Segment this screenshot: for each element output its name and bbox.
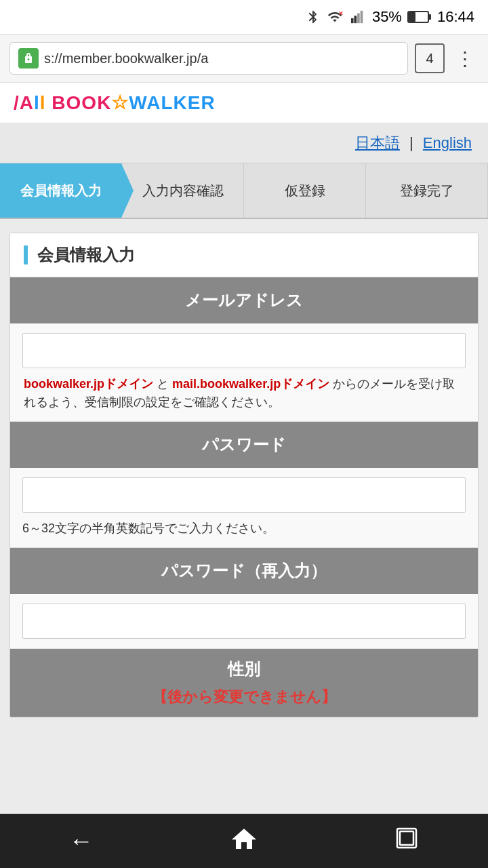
- password-hint: 6～32文字の半角英数記号でご入力ください。: [22, 519, 466, 538]
- svg-rect-3: [357, 14, 360, 24]
- lang-separator: |: [409, 134, 413, 151]
- registration-form-card: 会員情報入力 メールアドレス bookwalker.jpドメイン と mail.…: [9, 233, 479, 717]
- signal-icon: [349, 9, 367, 24]
- japanese-link[interactable]: 日本語: [355, 134, 400, 151]
- gender-warning: 【後から変更できません】: [10, 684, 478, 717]
- windows-icon: [394, 826, 419, 856]
- wifi-icon: ✕: [326, 9, 344, 24]
- svg-rect-7: [409, 12, 415, 22]
- bottom-navigation: ←: [0, 814, 488, 868]
- section-title-text: 会員情報入力: [37, 244, 135, 266]
- status-icons: ✕ 35% 16:44: [306, 8, 474, 26]
- step-2-label: 入力内容確認: [142, 182, 224, 199]
- step-confirm: 入力内容確認: [122, 163, 244, 218]
- browser-bar: s://member.bookwalker.jp/a 4 ⋮: [0, 34, 488, 83]
- email-field-header: メールアドレス: [10, 277, 478, 323]
- steps-progress-bar: 会員情報入力 入力内容確認 仮登録 登録完了: [0, 163, 488, 219]
- svg-rect-6: [428, 14, 431, 20]
- email-input-area: bookwalker.jpドメイン と mail.bookwalker.jpドメ…: [10, 323, 478, 422]
- logo-bar: /All BOOK☆WALKER: [0, 83, 488, 123]
- gender-field-header: 性別: [10, 649, 478, 684]
- address-bar[interactable]: s://member.bookwalker.jp/a: [9, 42, 408, 75]
- browser-menu-button[interactable]: ⋮: [451, 47, 479, 70]
- email-input[interactable]: [22, 333, 466, 368]
- svg-rect-1: [351, 18, 354, 23]
- bluetooth-icon: [306, 9, 321, 24]
- home-icon: [230, 826, 258, 856]
- step-member-info: 会員情報入力: [0, 163, 122, 218]
- url-text: s://member.bookwalker.jp/a: [44, 51, 399, 66]
- main-content: 会員情報入力 メールアドレス bookwalker.jpドメイン と mail.…: [0, 219, 488, 814]
- tab-count[interactable]: 4: [415, 43, 445, 73]
- step-4-label: 登録完了: [400, 182, 454, 199]
- step-complete: 登録完了: [366, 163, 488, 218]
- back-button[interactable]: ←: [54, 821, 108, 861]
- battery-text: 35%: [372, 8, 402, 26]
- site-logo: /All BOOK☆WALKER: [14, 92, 216, 114]
- password-input[interactable]: [22, 477, 466, 513]
- email-hint: bookwalker.jpドメイン と mail.bookwalker.jpドメ…: [22, 375, 466, 412]
- step-provisional: 仮登録: [244, 163, 366, 218]
- battery-icon: [407, 9, 432, 24]
- back-icon: ←: [69, 827, 94, 855]
- password-confirm-input[interactable]: [22, 604, 466, 639]
- password-confirm-input-area: [10, 594, 478, 649]
- time-text: 16:44: [437, 8, 474, 26]
- svg-rect-2: [354, 16, 357, 23]
- svg-rect-4: [361, 11, 363, 23]
- svg-rect-10: [400, 831, 413, 845]
- password-field-header: パスワード: [10, 422, 478, 468]
- home-button[interactable]: [217, 821, 271, 861]
- ssl-lock-icon: [18, 48, 39, 68]
- svg-marker-8: [232, 829, 256, 849]
- svg-text:✕: ✕: [338, 10, 343, 17]
- language-bar: 日本語 | English: [0, 123, 488, 163]
- password-input-area: 6～32文字の半角英数記号でご入力ください。: [10, 468, 478, 548]
- step-3-label: 仮登録: [285, 182, 325, 199]
- step-1-label: 会員情報入力: [20, 182, 102, 199]
- windows-button[interactable]: [380, 821, 434, 861]
- section-title-marker: [24, 245, 28, 264]
- english-link[interactable]: English: [423, 134, 472, 151]
- status-bar: ✕ 35% 16:44: [0, 0, 488, 34]
- section-title-bar: 会員情報入力: [10, 233, 478, 277]
- password-confirm-field-header: パスワード（再入力）: [10, 548, 478, 594]
